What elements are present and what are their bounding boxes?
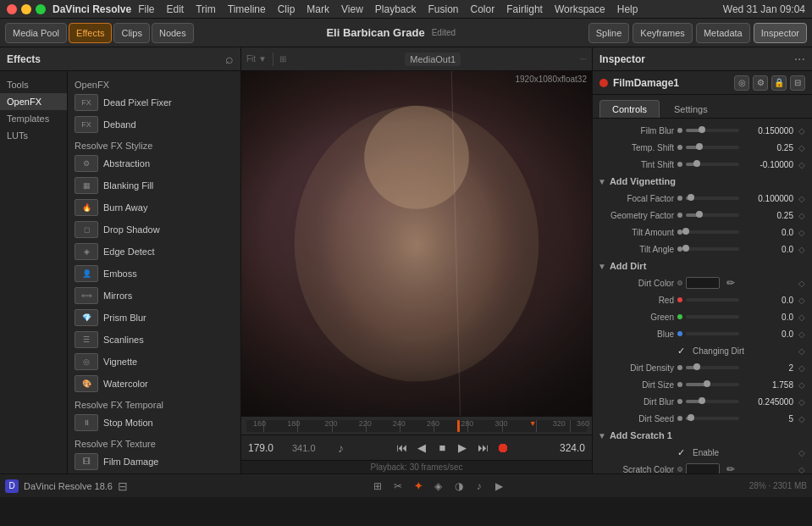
dirt-green-slider[interactable]	[686, 315, 739, 318]
scratch-color-swatch[interactable]	[686, 463, 720, 473]
dirt-red-slider[interactable]	[686, 298, 739, 302]
dirt-seed-slider[interactable]	[686, 417, 739, 420]
temp-shift-slider[interactable]	[686, 146, 739, 149]
dirt-red-reset-btn[interactable]: ◇	[797, 295, 807, 305]
record-btn[interactable]: ⏺	[494, 439, 512, 457]
effects-btn[interactable]: Effects	[69, 23, 112, 43]
dirt-blur-slider[interactable]	[686, 400, 739, 403]
list-item[interactable]: 📷 JPEG Damage	[68, 473, 240, 473]
tilt-angle-slider[interactable]	[686, 247, 739, 251]
menu-edit[interactable]: Edit	[167, 3, 185, 15]
menu-timeline[interactable]: Timeline	[228, 3, 266, 15]
tab-settings[interactable]: Settings	[661, 100, 721, 118]
tilt-amount-slider[interactable]	[686, 230, 739, 234]
dirt-size-slider[interactable]	[686, 383, 739, 386]
geometry-slider[interactable]	[686, 213, 739, 217]
minimize-button[interactable]	[21, 4, 31, 14]
nav-openfx[interactable]: OpenFX	[0, 93, 67, 110]
list-item[interactable]: ▦ Blanking Fill	[68, 174, 240, 197]
search-icon[interactable]: ⌕	[225, 52, 234, 67]
tint-shift-slider[interactable]	[686, 163, 739, 166]
menu-mark[interactable]: Mark	[307, 3, 329, 15]
list-item[interactable]: ◈ Edge Detect	[68, 241, 240, 263]
film-blur-reset-btn[interactable]: ◇	[797, 125, 807, 136]
changing-dirt-checkbox[interactable]: ✓	[677, 346, 689, 357]
list-item[interactable]: ◻ Drop Shadow	[68, 219, 240, 241]
scratch-enable-checkbox[interactable]: ✓	[677, 447, 689, 458]
timeline-scale[interactable]: 160 180 200 220 240 260 280 300 ▼ 320 36…	[246, 420, 587, 432]
workspace-fairlight-btn[interactable]: ♪	[470, 477, 489, 496]
menu-clip[interactable]: Clip	[278, 3, 296, 15]
dirt-density-slider[interactable]	[686, 366, 739, 369]
go-to-end-btn[interactable]: ⏭	[473, 439, 492, 457]
timeline-ruler[interactable]: 160 180 200 220 240 260 280 300 ▼ 320 36…	[241, 416, 592, 435]
spline-btn[interactable]: Spline	[588, 23, 630, 43]
menu-help[interactable]: Help	[617, 3, 638, 15]
menu-file[interactable]: File	[138, 3, 154, 15]
node-lock-btn[interactable]: 🔒	[771, 75, 787, 91]
dirt-green-reset-btn[interactable]: ◇	[797, 312, 807, 322]
dirt-density-reset-btn[interactable]: ◇	[797, 363, 807, 373]
menu-trim[interactable]: Trim	[196, 3, 216, 15]
list-item[interactable]: ☰ Scanlines	[68, 329, 240, 351]
dirt-section[interactable]: ▼ Add Dirt	[593, 257, 812, 274]
workspace-cut-btn[interactable]: ✂	[389, 477, 407, 496]
go-to-start-btn[interactable]: ⏮	[392, 439, 411, 457]
more-options[interactable]: ···	[580, 54, 587, 64]
menu-view[interactable]: View	[341, 3, 363, 15]
list-item[interactable]: 🎞 Film Damage	[68, 451, 240, 473]
menu-fairlight[interactable]: Fairlight	[506, 3, 543, 15]
focal-reset-btn[interactable]: ◇	[797, 193, 807, 203]
menu-fusion[interactable]: Fusion	[428, 3, 459, 15]
dirt-size-reset-btn[interactable]: ◇	[797, 379, 807, 390]
film-blur-slider[interactable]	[686, 129, 739, 132]
tilt-amount-reset-btn[interactable]: ◇	[797, 227, 807, 237]
dirt-blue-slider[interactable]	[686, 332, 739, 335]
play-btn[interactable]: ▶	[453, 439, 472, 457]
list-item[interactable]: 🎨 Watercolor	[68, 373, 240, 395]
view-options[interactable]: ⊞	[279, 54, 286, 64]
tab-controls[interactable]: Controls	[599, 100, 660, 118]
geometry-reset-btn[interactable]: ◇	[797, 210, 807, 220]
list-item[interactable]: 💎 Prism Blur	[68, 307, 240, 329]
nav-tools[interactable]: Tools	[0, 76, 67, 93]
list-item[interactable]: 🔥 Burn Away	[68, 197, 240, 219]
media-pool-btn[interactable]: Media Pool	[5, 23, 67, 43]
scratch-color-eyedropper-icon[interactable]: ✏	[726, 463, 735, 473]
prev-frame-btn[interactable]: ◀	[412, 439, 431, 457]
dirt-color-reset-btn[interactable]: ◇	[797, 278, 807, 288]
changing-dirt-reset-btn[interactable]: ◇	[797, 346, 807, 356]
vignetting-section[interactable]: ▼ Add Vignetting	[593, 173, 812, 190]
focal-slider[interactable]	[686, 197, 739, 200]
list-item[interactable]: ⏸ Stop Motion	[68, 412, 240, 434]
dirt-blue-reset-btn[interactable]: ◇	[797, 329, 807, 339]
metadata-btn[interactable]: Metadata	[696, 23, 750, 43]
tilt-angle-reset-btn[interactable]: ◇	[797, 244, 807, 254]
nav-luts[interactable]: LUTs	[0, 127, 67, 144]
workspace-deliver-btn[interactable]: ▶	[490, 477, 509, 496]
node-visibility-btn[interactable]: ◎	[734, 75, 749, 91]
stop-btn[interactable]: ■	[433, 439, 451, 457]
workspace-fusion-btn[interactable]: ◈	[429, 477, 448, 496]
menu-color[interactable]: Color	[471, 3, 495, 15]
list-item[interactable]: ⟺ Mirrors	[68, 285, 240, 307]
volume-icon[interactable]: ♪	[338, 441, 344, 455]
dirt-blur-reset-btn[interactable]: ◇	[797, 396, 807, 407]
inspector-btn[interactable]: Inspector	[754, 23, 807, 43]
zoom-control[interactable]: Fit ▼	[246, 54, 267, 64]
list-item[interactable]: ⚙ Abstraction	[68, 152, 240, 174]
clips-btn[interactable]: Clips	[113, 23, 149, 43]
status-alert-icon[interactable]: ⊟	[118, 479, 128, 493]
dirt-color-eyedropper-icon[interactable]: ✏	[726, 277, 735, 289]
dirt-color-swatch[interactable]	[686, 277, 720, 289]
workspace-color-btn[interactable]: ◑	[450, 477, 468, 496]
node-settings-btn[interactable]: ⚙	[753, 75, 768, 91]
dirt-seed-reset-btn[interactable]: ◇	[797, 413, 807, 424]
fullscreen-button[interactable]	[36, 4, 46, 14]
list-item[interactable]: ◎ Vignette	[68, 351, 240, 373]
nodes-btn[interactable]: Nodes	[152, 23, 194, 43]
temp-shift-reset-btn[interactable]: ◇	[797, 142, 807, 152]
inspector-more-icon[interactable]: ···	[794, 52, 805, 67]
close-button[interactable]	[7, 4, 17, 14]
workspace-edit-btn[interactable]: ✦	[409, 477, 428, 496]
